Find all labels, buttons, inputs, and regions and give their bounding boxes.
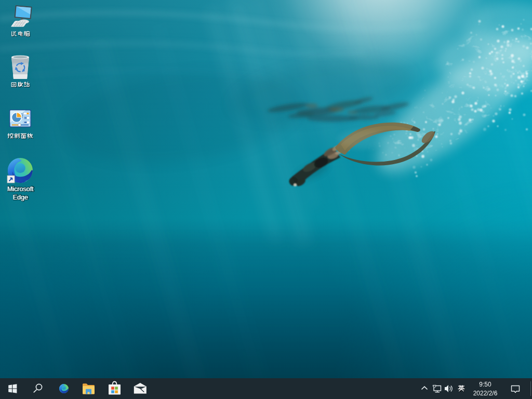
svg-text:Edge: Edge [12,194,28,201]
svg-text:2022/2/6: 2022/2/6 [473,390,498,397]
svg-text:9:50: 9:50 [479,381,491,388]
svg-text:Microsoft: Microsoft [7,185,34,193]
